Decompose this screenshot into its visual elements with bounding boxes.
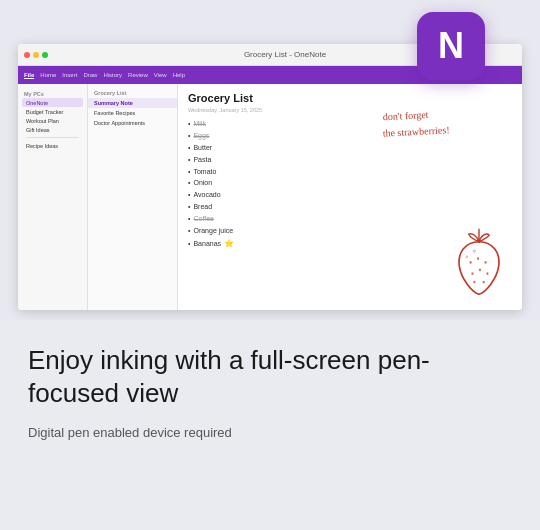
bullet-icon: • bbox=[188, 189, 190, 201]
item-pasta: Pasta bbox=[193, 154, 211, 166]
onenote-app-icon: N bbox=[417, 12, 485, 80]
svg-point-3 bbox=[477, 257, 479, 260]
item-orange-juice: Orange juice bbox=[193, 225, 233, 237]
ribbon-tab-insert[interactable]: Insert bbox=[62, 72, 77, 78]
bullet-icon: • bbox=[188, 177, 190, 189]
note-area: Grocery List Wednesday, January 15, 2025… bbox=[178, 84, 522, 310]
screenshot-area: N Grocery List - OneNote File Home Inser… bbox=[0, 0, 540, 320]
bullet-icon: • bbox=[188, 154, 190, 166]
ribbon-tab-review[interactable]: Review bbox=[128, 72, 148, 78]
list-item: • Bread bbox=[188, 201, 512, 213]
star-icon: ⭐ bbox=[224, 237, 234, 251]
page-list-header: Grocery List bbox=[88, 88, 177, 98]
svg-point-4 bbox=[484, 261, 486, 264]
onenote-window: Grocery List - OneNote File Home Insert … bbox=[18, 44, 522, 310]
maximize-button[interactable] bbox=[42, 52, 48, 58]
handwriting-note: don't forget the strawberries! bbox=[372, 104, 512, 158]
item-bananas: Bananas bbox=[193, 238, 221, 250]
note-title: Grocery List bbox=[188, 92, 512, 104]
item-avocado: Avocado bbox=[193, 189, 220, 201]
bullet-icon: • bbox=[188, 130, 190, 142]
handwriting-svg: don't forget the strawberries! bbox=[372, 104, 512, 154]
page-item-appointments[interactable]: Doctor Appointments bbox=[88, 118, 177, 128]
svg-point-9 bbox=[483, 281, 485, 284]
item-butter: Butter bbox=[193, 142, 212, 154]
sidebar-item-workout[interactable]: Workout Plan bbox=[22, 116, 83, 125]
page-item-summary[interactable]: Summary Note bbox=[88, 98, 177, 108]
sidebar: My PCs OneNote Budget Tracker Workout Pl… bbox=[18, 84, 88, 310]
svg-point-10 bbox=[466, 256, 468, 258]
item-onion: Onion bbox=[193, 177, 212, 189]
ribbon-tab-help[interactable]: Help bbox=[173, 72, 185, 78]
svg-point-5 bbox=[471, 272, 473, 275]
sidebar-item-recipes[interactable]: Recipe Ideas bbox=[22, 141, 83, 150]
bullet-icon: • bbox=[188, 238, 190, 250]
bullet-icon: • bbox=[188, 166, 190, 178]
ribbon-tab-draw[interactable]: Draw bbox=[83, 72, 97, 78]
window-controls bbox=[24, 52, 48, 58]
ribbon-tab-history[interactable]: History bbox=[103, 72, 122, 78]
svg-point-6 bbox=[479, 268, 481, 271]
close-button[interactable] bbox=[24, 52, 30, 58]
list-item: • Onion bbox=[188, 177, 512, 189]
item-eggs: Eggs bbox=[193, 130, 209, 142]
bullet-icon: • bbox=[188, 213, 190, 225]
list-item: • Avocado bbox=[188, 189, 512, 201]
main-headline: Enjoy inking with a full-screen pen-focu… bbox=[28, 344, 512, 409]
sidebar-item-onenote[interactable]: OneNote bbox=[22, 98, 83, 107]
page-list: Grocery List Summary Note Favorite Recip… bbox=[88, 84, 178, 310]
bottom-area: Enjoy inking with a full-screen pen-focu… bbox=[0, 320, 540, 530]
minimize-button[interactable] bbox=[33, 52, 39, 58]
onenote-letter: N bbox=[438, 25, 464, 67]
item-tomato: Tomato bbox=[193, 166, 216, 178]
bullet-icon: • bbox=[188, 118, 190, 130]
bullet-icon: • bbox=[188, 201, 190, 213]
svg-point-11 bbox=[473, 250, 475, 252]
sidebar-item-budget[interactable]: Budget Tracker bbox=[22, 107, 83, 116]
sidebar-divider bbox=[26, 137, 79, 138]
item-milk: Milk bbox=[193, 118, 205, 130]
svg-text:don't forget: don't forget bbox=[382, 109, 429, 122]
page-item-recipes[interactable]: Favorite Recipes bbox=[88, 108, 177, 118]
item-bread: Bread bbox=[193, 201, 212, 213]
sub-text: Digital pen enabled device required bbox=[28, 425, 512, 440]
bullet-icon: • bbox=[188, 142, 190, 154]
sidebar-section: My PCs OneNote Budget Tracker Workout Pl… bbox=[18, 88, 87, 152]
bullet-icon: • bbox=[188, 225, 190, 237]
list-item: • Tomato bbox=[188, 166, 512, 178]
svg-text:the strawberries!: the strawberries! bbox=[382, 124, 449, 138]
strawberry-drawing bbox=[444, 223, 514, 298]
svg-point-2 bbox=[469, 261, 471, 264]
main-content: My PCs OneNote Budget Tracker Workout Pl… bbox=[18, 84, 522, 310]
svg-point-8 bbox=[473, 281, 475, 284]
sidebar-section-label: My PCs bbox=[22, 90, 83, 98]
sidebar-item-gifts[interactable]: Gift Ideas bbox=[22, 125, 83, 134]
item-coffee: Coffee bbox=[193, 213, 214, 225]
svg-point-7 bbox=[486, 272, 488, 275]
ribbon-tab-home[interactable]: Home bbox=[40, 72, 56, 78]
ribbon-tab-view[interactable]: View bbox=[154, 72, 167, 78]
ribbon-tab-file[interactable]: File bbox=[24, 72, 34, 79]
